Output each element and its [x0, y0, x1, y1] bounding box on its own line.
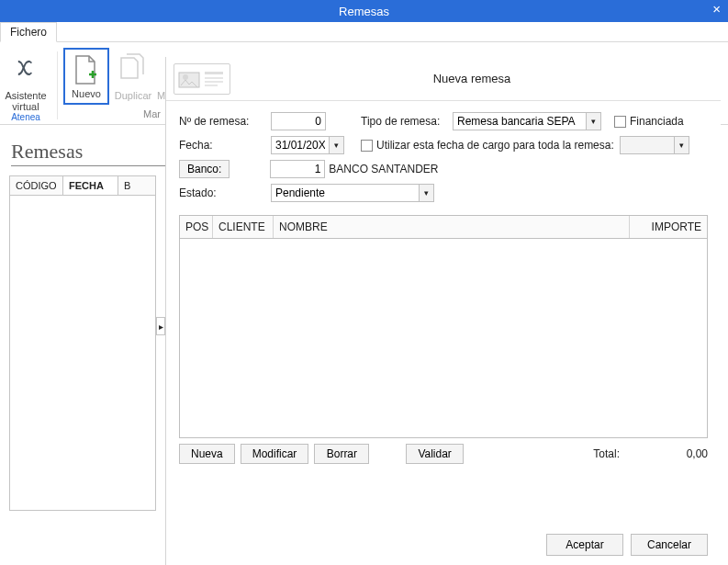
modal-header: Nueva remesa: [166, 57, 721, 101]
col-cliente[interactable]: CLIENTE: [213, 216, 274, 238]
alpha-icon: [7, 48, 44, 90]
label-num-remesa: Nº de remesa:: [179, 115, 271, 128]
chevron-down-icon[interactable]: ▾: [330, 136, 344, 154]
detail-grid-body[interactable]: [180, 239, 707, 437]
col-b[interactable]: B: [118, 176, 140, 195]
input-usar-fecha[interactable]: [620, 136, 675, 154]
button-banco[interactable]: Banco:: [179, 160, 230, 178]
detail-grid-header: POS CLIENTE NOMBRE IMPORTE: [180, 216, 707, 239]
menu-fichero[interactable]: Fichero: [0, 22, 57, 42]
ribbon-group-label-cut: Mar: [143, 108, 161, 119]
col-codigo[interactable]: CÓDIGO: [10, 176, 63, 195]
dropdown-estado[interactable]: ▾: [271, 184, 434, 202]
text-banco-nombre: BANCO SANTANDER: [329, 163, 438, 175]
ribbon-duplicar-label: Duplicar: [109, 90, 157, 101]
ribbon-asistente-label: Asistente virtual: [0, 90, 51, 112]
button-modificar[interactable]: Modificar: [241, 444, 309, 464]
button-aceptar[interactable]: Aceptar: [546, 534, 623, 556]
button-validar[interactable]: Validar: [406, 444, 463, 464]
ribbon-separator: [57, 51, 58, 119]
input-num-remesa[interactable]: [271, 112, 326, 130]
dropdown-fecha[interactable]: ▾: [271, 136, 344, 154]
svg-rect-2: [205, 72, 223, 74]
ribbon-asistente-sublabel: Atenea: [0, 112, 51, 122]
input-tipo-remesa[interactable]: [453, 112, 587, 130]
expand-handle[interactable]: ▸: [156, 317, 165, 335]
input-fecha[interactable]: [271, 136, 330, 154]
background-grid-header: CÓDIGO FECHA B: [10, 176, 155, 196]
form-area: Nº de remesa: Tipo de remesa: ▾ Financia…: [166, 101, 721, 211]
button-nueva[interactable]: Nueva: [179, 444, 235, 464]
col-nombre[interactable]: NOMBRE: [274, 216, 630, 238]
dropdown-usar-fecha[interactable]: ▾: [620, 136, 689, 154]
value-total: 0,00: [662, 447, 708, 460]
chevron-down-icon[interactable]: ▾: [675, 136, 689, 154]
col-pos[interactable]: POS: [180, 216, 213, 238]
modal-nueva-remesa: Nueva remesa Nº de remesa: Tipo de remes…: [165, 57, 721, 565]
label-fecha: Fecha:: [179, 139, 271, 152]
modal-title: Nueva remesa: [230, 72, 713, 85]
button-cancelar[interactable]: Cancelar: [631, 534, 708, 556]
label-usar-fecha: Utilizar esta fecha de cargo para toda l…: [376, 139, 614, 152]
col-fecha[interactable]: FECHA: [63, 176, 118, 195]
document-duplicate-icon: [115, 48, 151, 90]
background-grid: CÓDIGO FECHA B: [9, 175, 156, 511]
checkbox-usar-fecha[interactable]: [361, 140, 373, 152]
input-estado[interactable]: [271, 184, 420, 202]
col-importe[interactable]: IMPORTE: [630, 216, 707, 238]
chevron-right-icon: ▸: [159, 322, 163, 332]
label-tipo-remesa: Tipo de remesa:: [361, 115, 453, 128]
title-bar: Remesas ×: [0, 0, 728, 22]
dropdown-tipo-remesa[interactable]: ▾: [453, 112, 601, 130]
label-estado: Estado:: [179, 186, 271, 199]
label-financiada: Financiada: [630, 115, 684, 128]
svg-point-1: [183, 74, 188, 80]
button-borrar[interactable]: Borrar: [314, 444, 369, 464]
close-icon[interactable]: ×: [712, 1, 721, 17]
detail-grid: POS CLIENTE NOMBRE IMPORTE: [179, 215, 708, 438]
svg-rect-5: [205, 85, 218, 86]
modal-footer: Aceptar Cancelar: [546, 534, 708, 556]
input-banco-codigo[interactable]: [270, 160, 325, 178]
label-total: Total:: [593, 447, 620, 460]
document-new-icon: [68, 53, 105, 88]
svg-rect-3: [205, 77, 223, 79]
grid-button-row: Nueva Modificar Borrar Validar Total: 0,…: [166, 444, 721, 464]
menu-bar: Fichero: [0, 22, 728, 42]
svg-rect-4: [205, 81, 223, 83]
chevron-down-icon[interactable]: ▾: [587, 112, 601, 130]
modal-header-icon: [174, 63, 230, 95]
checkbox-financiada[interactable]: [614, 116, 626, 128]
ribbon-nuevo-label: Nuevo: [65, 88, 107, 99]
chevron-down-icon[interactable]: ▾: [420, 184, 434, 202]
window-title: Remesas: [339, 5, 389, 18]
ribbon-nuevo[interactable]: Nuevo: [63, 48, 109, 105]
ribbon-duplicar[interactable]: Duplicar: [109, 48, 157, 101]
ribbon-asistente-virtual[interactable]: Asistente virtual Atenea: [0, 48, 51, 122]
